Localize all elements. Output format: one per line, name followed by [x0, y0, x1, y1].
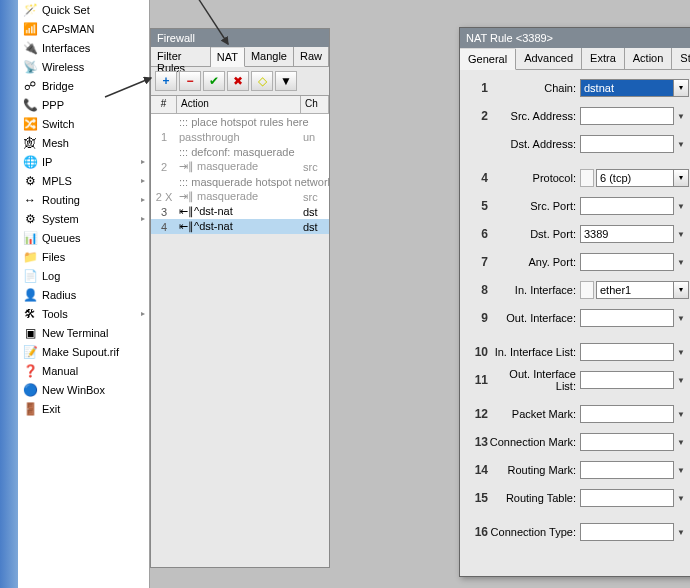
field-label: Routing Table:: [488, 492, 580, 504]
table-row[interactable]: 1passthroughun: [151, 129, 329, 144]
sidebar-item-manual[interactable]: ❓Manual: [18, 361, 149, 380]
expand-icon[interactable]: ▼: [676, 348, 686, 357]
sidebar-item-new-winbox[interactable]: 🔵New WinBox: [18, 380, 149, 399]
dropdown-icon[interactable]: ▾: [673, 281, 689, 299]
tab-action[interactable]: Action: [625, 48, 673, 69]
ininterfacelist-field[interactable]: [580, 343, 674, 361]
expand-icon[interactable]: ▼: [676, 202, 686, 211]
dropdown-icon[interactable]: ▾: [673, 169, 689, 187]
sidebar-label: Routing: [42, 194, 141, 206]
field-number: 13: [466, 435, 488, 449]
outinterfacelist-field[interactable]: [580, 371, 674, 389]
srcaddress-field[interactable]: [580, 107, 674, 125]
sidebar-label: Exit: [42, 403, 145, 415]
field-number: 14: [466, 463, 488, 477]
field-row: 16Connection Type:▼: [466, 522, 690, 542]
tab-extra[interactable]: Extra: [582, 48, 625, 69]
field-number: 4: [466, 171, 488, 185]
sidebar-item-radius[interactable]: 👤Radius: [18, 285, 149, 304]
sidebar-item-bridge[interactable]: ☍Bridge: [18, 76, 149, 95]
add-button[interactable]: +: [155, 71, 177, 91]
expand-icon[interactable]: ▼: [676, 376, 686, 385]
expand-icon[interactable]: ▼: [676, 258, 686, 267]
ininterface-field[interactable]: [596, 281, 674, 299]
expand-icon[interactable]: ▼: [676, 410, 686, 419]
invert-box[interactable]: [580, 281, 594, 299]
outinterface-field[interactable]: [580, 309, 674, 327]
expand-icon[interactable]: ▼: [676, 438, 686, 447]
sidebar-item-capsman[interactable]: 📶CAPsMAN: [18, 19, 149, 38]
protocol-field[interactable]: [596, 169, 674, 187]
field-number: 2: [466, 109, 488, 123]
col-action[interactable]: Action: [177, 96, 301, 113]
dropdown-icon[interactable]: ▾: [673, 79, 689, 97]
srcport-field[interactable]: [580, 197, 674, 215]
filter-button[interactable]: ▼: [275, 71, 297, 91]
sidebar-icon: 📄: [22, 268, 38, 284]
sidebar-item-queues[interactable]: 📊Queues: [18, 228, 149, 247]
tab-statistics[interactable]: Statistics: [672, 48, 690, 69]
sidebar-item-log[interactable]: 📄Log: [18, 266, 149, 285]
sidebar-item-ppp[interactable]: 📞PPP: [18, 95, 149, 114]
tab-general[interactable]: General: [460, 49, 516, 70]
anyport-field[interactable]: [580, 253, 674, 271]
sidebar-item-ip[interactable]: 🌐IP▸: [18, 152, 149, 171]
sidebar-item-interfaces[interactable]: 🔌Interfaces: [18, 38, 149, 57]
expand-icon[interactable]: ▼: [676, 314, 686, 323]
sidebar-item-files[interactable]: 📁Files: [18, 247, 149, 266]
expand-icon[interactable]: ▼: [676, 230, 686, 239]
firewall-window: Firewall Filter RulesNATMangleRaw + − ✔ …: [150, 28, 330, 568]
remove-button[interactable]: −: [179, 71, 201, 91]
table-row[interactable]: 2⇥∥ masqueradesrc: [151, 159, 329, 174]
expand-icon[interactable]: ▼: [676, 466, 686, 475]
enable-button[interactable]: ✔: [203, 71, 225, 91]
expand-icon[interactable]: ▼: [676, 494, 686, 503]
sidebar-item-wireless[interactable]: 📡Wireless: [18, 57, 149, 76]
field-label: In. Interface List:: [488, 346, 580, 358]
tab-advanced[interactable]: Advanced: [516, 48, 582, 69]
tab-nat[interactable]: NAT: [211, 48, 245, 67]
field-row: 10In. Interface List:▼: [466, 342, 690, 362]
chevron-right-icon: ▸: [141, 157, 145, 166]
connectionmark-field[interactable]: [580, 433, 674, 451]
invert-box[interactable]: [580, 169, 594, 187]
routingtable-field[interactable]: [580, 489, 674, 507]
sidebar-item-mesh[interactable]: 🕸Mesh: [18, 133, 149, 152]
tab-filter-rules[interactable]: Filter Rules: [151, 47, 211, 66]
field-number: 16: [466, 525, 488, 539]
col-num[interactable]: #: [151, 96, 177, 113]
expand-icon[interactable]: ▼: [676, 140, 686, 149]
sidebar-item-switch[interactable]: 🔀Switch: [18, 114, 149, 133]
sidebar-item-quick-set[interactable]: 🪄Quick Set: [18, 0, 149, 19]
sidebar-item-tools[interactable]: 🛠Tools▸: [18, 304, 149, 323]
table-row[interactable]: 4⇤∥^dst-natdst: [151, 219, 329, 234]
sidebar-item-routing[interactable]: ↔Routing▸: [18, 190, 149, 209]
field-label: Any. Port:: [488, 256, 580, 268]
comment-button[interactable]: ◇: [251, 71, 273, 91]
disable-button[interactable]: ✖: [227, 71, 249, 91]
firewall-tabs: Filter RulesNATMangleRaw: [151, 47, 329, 67]
dstport-field[interactable]: [580, 225, 674, 243]
table-row[interactable]: 2 X⇥∥ masqueradesrc: [151, 189, 329, 204]
chain-field[interactable]: [580, 79, 674, 97]
sidebar-item-new-terminal[interactable]: ▣New Terminal: [18, 323, 149, 342]
connectiontype-field[interactable]: [580, 523, 674, 541]
sidebar-icon: 🚪: [22, 401, 38, 417]
tab-raw[interactable]: Raw: [294, 47, 329, 66]
dstaddress-field[interactable]: [580, 135, 674, 153]
expand-icon[interactable]: ▼: [676, 528, 686, 537]
col-chain[interactable]: Ch: [301, 96, 329, 113]
dialog-titlebar[interactable]: NAT Rule <3389> □ ×: [460, 28, 690, 48]
sidebar-item-make-supout-rif[interactable]: 📝Make Supout.rif: [18, 342, 149, 361]
field-row: 12Packet Mark:▼: [466, 404, 690, 424]
routingmark-field[interactable]: [580, 461, 674, 479]
sidebar-item-mpls[interactable]: ⚙MPLS▸: [18, 171, 149, 190]
sidebar-item-exit[interactable]: 🚪Exit: [18, 399, 149, 418]
table-row[interactable]: 3⇤∥^dst-natdst: [151, 204, 329, 219]
sidebar-icon: ☍: [22, 78, 38, 94]
sidebar-item-system[interactable]: ⚙System▸: [18, 209, 149, 228]
field-number: 1: [466, 81, 488, 95]
tab-mangle[interactable]: Mangle: [245, 47, 294, 66]
expand-icon[interactable]: ▼: [676, 112, 686, 121]
packetmark-field[interactable]: [580, 405, 674, 423]
